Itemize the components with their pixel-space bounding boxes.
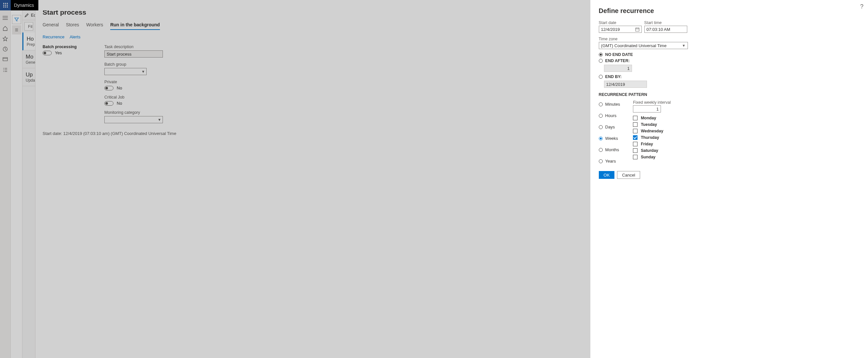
svg-rect-13 [3,58,7,61]
list-item[interactable]: Ho Prep [23,32,35,51]
task-description-input[interactable] [104,51,163,58]
tab-workers[interactable]: Workers [86,22,103,30]
svg-rect-8 [7,6,8,7]
filter-icon[interactable] [12,15,21,24]
list-item[interactable]: Up Upda [23,68,35,86]
recent-icon[interactable] [2,46,8,52]
calendar-icon [635,27,640,32]
cancel-button[interactable]: Cancel [617,171,640,179]
home-icon[interactable] [2,25,8,31]
end-by-input[interactable]: 12/4/2019 [604,81,647,88]
edit-label[interactable]: Edit [31,13,35,18]
radio-weeks[interactable]: Weeks [599,136,620,141]
list-item[interactable]: Mo Gene [23,51,35,68]
start-date-label: Start date [599,21,642,25]
end-after-input[interactable]: 1 [604,65,632,72]
search-placeholder: Fil [28,24,32,29]
pattern-heading: Recurrence pattern [599,92,860,97]
subtab-bar: Recurrence Alerts [42,34,583,39]
radio-years[interactable]: Years [599,159,620,163]
check-tuesday[interactable]: Tuesday [633,122,671,127]
task-description-label: Task description [104,44,163,49]
radio-hours[interactable]: Hours [599,113,620,118]
radio-days[interactable]: Days [599,124,620,129]
svg-rect-3 [3,5,4,6]
radio-end-by[interactable]: End by: [599,74,860,79]
start-date-input[interactable]: 12/4/2019 [599,26,642,33]
hamburger-icon[interactable] [2,15,8,21]
main-panel: Start process General Stores Workers Run… [35,0,590,358]
check-thursday[interactable]: Thursday [633,135,671,140]
summary-line: Start date: 12/4/2019 (07:03:10 am) (GMT… [42,131,583,136]
pencil-icon [24,13,29,18]
check-friday[interactable]: Friday [633,142,671,146]
tab-stores[interactable]: Stores [66,22,79,30]
radio-minutes[interactable]: Minutes [599,102,620,107]
tab-bar: General Stores Workers Run in the backgr… [42,22,583,30]
timezone-label: Time zone [599,37,860,41]
search-input[interactable]: Fil [24,22,33,31]
svg-rect-1 [5,3,6,4]
radio-months[interactable]: Months [599,147,620,152]
check-sunday[interactable]: Sunday [633,155,671,159]
svg-rect-6 [3,6,4,7]
svg-rect-4 [5,5,6,6]
private-label: Private [104,80,163,84]
navigator-column: Edit Fil Ho Prep Mo Gene Up Upda [23,0,35,358]
batch-processing-toggle[interactable] [42,51,52,55]
secondary-rail [11,0,23,358]
workspace-icon[interactable] [2,57,8,62]
batch-group-label: Batch group [104,62,163,67]
timezone-select[interactable]: (GMT) Coordinated Universal Time ▼ [599,42,688,49]
modules-icon[interactable] [2,67,8,73]
ok-button[interactable]: OK [599,171,615,179]
private-toggle[interactable] [104,86,114,90]
subtab-recurrence[interactable]: Recurrence [42,34,64,39]
radio-end-after[interactable]: End after: [599,59,860,63]
svg-rect-7 [5,6,6,7]
private-value: No [117,86,122,90]
help-icon[interactable]: ? [860,3,863,10]
interval-input[interactable]: 1 [633,106,661,113]
waffle-icon[interactable] [0,0,11,10]
bookmark-icon[interactable] [12,25,21,34]
critical-label: Critical Job [104,95,163,99]
start-time-label: Start time [644,21,687,25]
monitoring-label: Monitoring category [104,110,163,115]
recurrence-panel: ? Define recurrence Start date 12/4/2019… [590,0,868,358]
tab-run-background[interactable]: Run in the background [110,22,160,30]
app-name: Dynamics [11,0,38,10]
chevron-down-icon: ▼ [682,43,686,48]
interval-label: Fixed weekly interval [633,100,671,105]
svg-rect-5 [7,5,8,6]
svg-rect-2 [7,3,8,4]
radio-no-end-date[interactable]: No end date [599,52,860,57]
left-rail [0,0,11,358]
batch-group-select[interactable]: ▼ [104,68,147,75]
critical-value: No [117,101,122,106]
monitoring-select[interactable]: ▼ [104,116,163,123]
chevron-down-icon: ▼ [142,69,145,73]
batch-processing-label: Batch processing [42,44,104,49]
tab-general[interactable]: General [42,22,59,30]
svg-rect-0 [3,3,4,4]
check-saturday[interactable]: Saturday [633,148,671,153]
critical-toggle[interactable] [104,101,114,106]
recurrence-title: Define recurrence [599,7,860,14]
start-time-input[interactable]: 07:03:10 AM [644,26,687,33]
svg-rect-28 [636,28,639,31]
check-monday[interactable]: Monday [633,116,671,120]
check-wednesday[interactable]: Wednesday [633,129,671,133]
subtab-alerts[interactable]: Alerts [69,34,80,39]
chevron-down-icon: ▼ [158,118,161,122]
star-icon[interactable] [2,36,8,41]
batch-processing-value: Yes [55,51,62,55]
